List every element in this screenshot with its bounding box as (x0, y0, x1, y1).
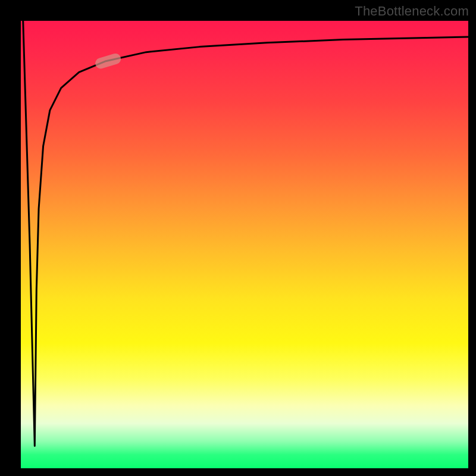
watermark-text: TheBottleneck.com (355, 4, 469, 19)
plot-background (21, 21, 468, 468)
